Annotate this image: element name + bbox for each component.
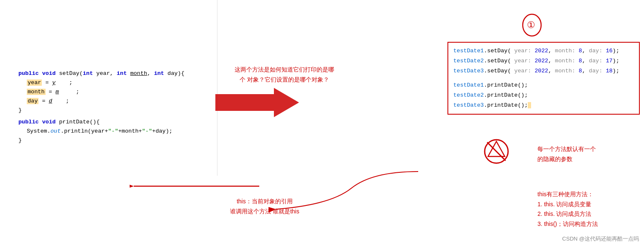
svg-text:①: ① bbox=[527, 20, 535, 30]
box-line-3: testDate3.setDay( year: 2022, month: 8, … bbox=[453, 66, 634, 76]
curved-arrow bbox=[226, 163, 435, 218]
code-line-1: public void setDay(int year, int month, … bbox=[18, 69, 217, 78]
box-line-5: testDate2.printDate(); bbox=[453, 90, 634, 100]
svg-marker-6 bbox=[488, 141, 505, 156]
box-line-1: testDate1.setDay( year: 2022, month: 8, … bbox=[453, 46, 634, 56]
big-right-arrow bbox=[215, 88, 299, 117]
circle-annotation: ① bbox=[519, 10, 544, 41]
box-line-2: testDate2.setDay( year: 2022, month: 8, … bbox=[453, 56, 634, 66]
this-annotation-right: this有三种使用方法： 1. this. 访问成员变量 2. this. 访问… bbox=[537, 190, 598, 229]
hidden-param-annotation: 每一个方法默认有一个的隐藏的参数 bbox=[537, 144, 596, 164]
box-line-4: testDate1.printDate(); bbox=[453, 80, 634, 90]
code-line-8: } bbox=[18, 136, 217, 145]
code-box-right: testDate1.setDay( year: 2022, month: 8, … bbox=[447, 42, 640, 115]
box-line-6: testDate3.printDate(); bbox=[453, 100, 634, 110]
svg-marker-3 bbox=[215, 88, 299, 117]
question-annotation: 这两个方法是如何知道它们打印的是哪个 对象？它们设置的是哪个对象？ bbox=[232, 65, 337, 85]
warning-icon bbox=[483, 138, 510, 165]
code-line-5: } bbox=[18, 106, 217, 115]
code-line-2: year = y ; bbox=[18, 78, 217, 87]
code-line-3: month = m ; bbox=[18, 87, 217, 97]
code-line-4: day = d ; bbox=[18, 97, 217, 106]
svg-line-5 bbox=[487, 142, 506, 161]
code-line-7: System.out.println(year+"-"+month+"-"+da… bbox=[18, 127, 217, 136]
circle-svg: ① bbox=[519, 10, 544, 38]
watermark: CSDN @这代码还能再酷一点吗 bbox=[562, 235, 639, 243]
code-line-6: public void printDate(){ bbox=[18, 118, 217, 127]
code-content: public void setDay(int year, int month, … bbox=[8, 4, 217, 145]
code-panel-left: public void setDay(int year, int month, … bbox=[0, 0, 217, 176]
